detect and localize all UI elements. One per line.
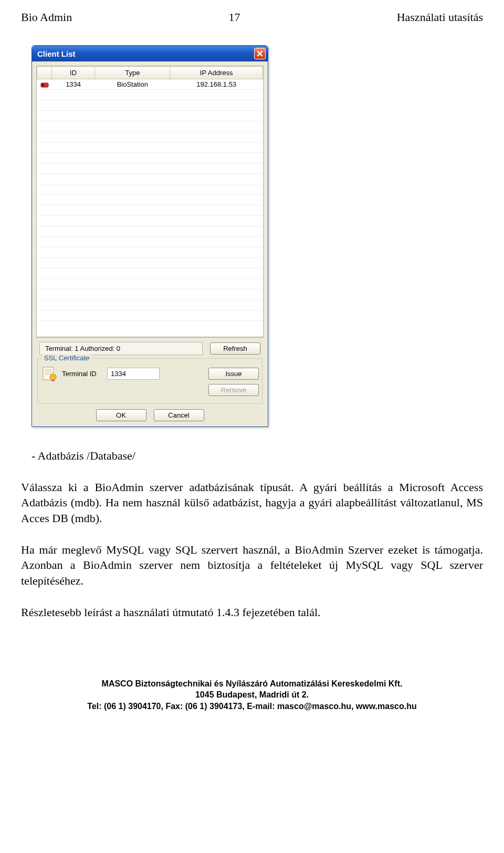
cancel-button[interactable]: Cancel — [154, 409, 204, 421]
refresh-button[interactable]: Refresh — [210, 342, 260, 355]
page-footer: MASCO Biztonságtechnikai és Nyílászáró A… — [21, 678, 483, 712]
cell-type: BioStation — [95, 79, 170, 90]
cell-ip: 192.168.1.53 — [170, 79, 263, 90]
dialog-titlebar[interactable]: Client List — [32, 46, 268, 61]
ok-button[interactable]: OK — [96, 409, 146, 421]
dialog-title: Client List — [37, 49, 76, 58]
table-row — [37, 163, 263, 174]
terminal-id-input[interactable] — [107, 368, 160, 380]
issue-button[interactable]: Issue — [208, 368, 259, 380]
dialog-footer-buttons: OK Cancel — [32, 409, 268, 421]
ssl-heading: SSL Certificate — [42, 354, 91, 362]
cell-id: 1334 — [52, 79, 95, 90]
header-left: Bio Admin — [21, 11, 72, 24]
paragraph-2: Ha már meglevő MySQL vagy SQL szervert h… — [21, 542, 483, 589]
table-row — [37, 289, 263, 300]
close-icon — [257, 50, 263, 57]
table-row — [37, 216, 263, 226]
col-id[interactable]: ID — [52, 67, 95, 79]
table-row — [37, 205, 263, 216]
footer-line-2: 1045 Budapest, Madridi út 2. — [21, 689, 483, 701]
svg-rect-3 — [42, 84, 44, 86]
close-button[interactable] — [254, 48, 266, 59]
header-right: Használati utasítás — [397, 11, 483, 24]
ssl-certificate-group: SSL Certificate Terminal ID Issue Remove — [37, 358, 262, 404]
col-ip[interactable]: IP Address — [170, 67, 263, 79]
client-list-dialog: Client List ID Type IP Address 1334BioSt… — [32, 45, 268, 427]
col-icon[interactable] — [37, 67, 52, 79]
paragraph-1: Válassza ki a BioAdmin szerver adatbázis… — [21, 480, 483, 526]
table-row — [37, 132, 263, 142]
device-icon — [40, 82, 49, 88]
table-row — [37, 174, 263, 184]
status-field: Terminal: 1 Authorized: 0 — [39, 342, 203, 355]
table-row — [37, 279, 263, 289]
bullet-database: - Adatbázis /Database/ — [32, 448, 483, 464]
certificate-icon — [41, 365, 58, 382]
status-row: Terminal: 1 Authorized: 0 Refresh — [32, 342, 268, 355]
table-row — [37, 195, 263, 205]
remove-button: Remove — [208, 384, 259, 396]
table-row — [37, 121, 263, 132]
footer-line-3: Tel: (06 1) 3904170, Fax: (06 1) 3904173… — [21, 701, 483, 712]
table-row — [37, 258, 263, 268]
table-row — [37, 184, 263, 195]
table-row — [37, 300, 263, 310]
client-table: ID Type IP Address 1334BioStation192.168… — [37, 66, 263, 321]
table-row — [37, 226, 263, 237]
page-header: Bio Admin 17 Használati utasítás — [21, 11, 483, 24]
table-row — [37, 111, 263, 121]
client-table-container: ID Type IP Address 1334BioStation192.168… — [36, 66, 264, 338]
table-row — [37, 100, 263, 111]
header-page-number: 17 — [228, 11, 240, 24]
table-row — [37, 268, 263, 279]
table-row — [37, 142, 263, 153]
table-row — [37, 237, 263, 247]
col-type[interactable]: Type — [95, 67, 170, 79]
terminal-id-label: Terminal ID — [62, 370, 103, 378]
svg-point-8 — [50, 374, 56, 380]
table-row — [37, 153, 263, 163]
footer-line-1: MASCO Biztonságtechnikai és Nyílászáró A… — [21, 678, 483, 690]
paragraph-3: Részletesebb leírást a használati útmuta… — [21, 605, 483, 620]
table-row — [37, 247, 263, 258]
table-row — [37, 310, 263, 321]
table-row — [37, 90, 263, 100]
table-row[interactable]: 1334BioStation192.168.1.53 — [37, 79, 263, 90]
